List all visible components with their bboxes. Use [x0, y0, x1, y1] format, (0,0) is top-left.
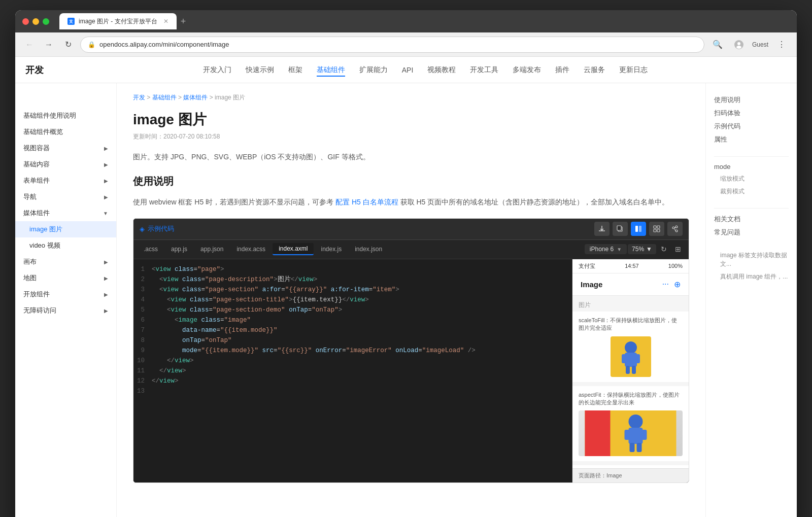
tab-acss[interactable]: .acss: [138, 244, 164, 255]
url-bar[interactable]: 🔒 opendocs.alipay.com/mini/component/ima…: [80, 37, 704, 53]
svg-point-2: [736, 46, 741, 49]
search-button[interactable]: 🔍: [709, 37, 726, 53]
close-button[interactable]: [22, 18, 29, 25]
sidebar-item-canvas[interactable]: 画布 ▶: [15, 254, 116, 270]
right-sidebar-mode-scale[interactable]: 缩放模式: [714, 173, 789, 185]
minimize-button[interactable]: [32, 18, 39, 25]
sidebar-item-view-container[interactable]: 视图容器 ▶: [15, 140, 116, 156]
phone-status-bar: 支付宝 14:57 100%: [572, 259, 689, 273]
code-line-11: 11 </view>: [133, 366, 572, 376]
sidebar-item-image[interactable]: image 图片: [15, 221, 116, 237]
phone-more-icon[interactable]: ···: [662, 280, 669, 289]
nav-item-multiplatform[interactable]: 多端发布: [513, 63, 541, 77]
back-button[interactable]: ←: [22, 38, 37, 52]
sidebar-item-basic-content[interactable]: 基础内容 ▶: [15, 156, 116, 173]
code-line-5: 5 <view class="page-section-demo" onTap=…: [133, 305, 572, 315]
right-sidebar-faq[interactable]: 常见问题: [714, 226, 789, 239]
sidebar-item-accessibility[interactable]: 无障碍访问 ▶: [15, 302, 116, 319]
code-line-3: 3 <view class="page-section" a:for="{{ar…: [133, 285, 572, 295]
phone-home-icon[interactable]: ⊕: [674, 280, 681, 289]
tab-appjs[interactable]: app.js: [165, 244, 193, 255]
code-line-1: 1 <view class="page">: [133, 264, 572, 274]
right-sidebar-usage[interactable]: 使用说明: [714, 93, 789, 107]
refresh-preview-button[interactable]: ↻: [657, 243, 670, 256]
breadcrumb-link-dev[interactable]: 开发: [133, 94, 145, 101]
grid-view-button[interactable]: [649, 222, 664, 236]
svg-rect-6: [639, 226, 641, 232]
brand-logo[interactable]: 开发: [25, 64, 44, 76]
browser-window: 支 image 图片 - 支付宝开放平台 ✕ + ← → ↻ 🔒 opendoc…: [15, 10, 797, 517]
sidebar-item-overview[interactable]: 基础组件概览: [15, 124, 116, 140]
right-sidebar-section-faq: image 标签支持读取数据文... 真机调用 image 组件，...: [714, 249, 789, 283]
tab-indexjs[interactable]: index.js: [315, 244, 348, 255]
config-link[interactable]: 配置 H5 白名单流程: [335, 198, 398, 206]
tab-indexacss[interactable]: index.acss: [230, 244, 272, 255]
nav-item-extend[interactable]: 扩展能力: [359, 63, 388, 77]
new-tab-button[interactable]: +: [181, 16, 186, 27]
nav-item-video[interactable]: 视频教程: [427, 63, 456, 77]
sidebar-item-video[interactable]: video 视频: [15, 237, 116, 254]
device-selector[interactable]: iPhone 6 ▼: [585, 244, 627, 254]
download-button[interactable]: [594, 222, 610, 236]
split-view-button[interactable]: [631, 222, 646, 236]
breadcrumb-link-media[interactable]: 媒体组件: [183, 94, 208, 101]
svg-rect-15: [636, 354, 640, 363]
phone-image-1: [611, 336, 651, 377]
tab-close-button[interactable]: ✕: [163, 18, 168, 25]
phone-card-2: aspectFit：保持纵横比缩放图片，使图片的长边能完全显示出来: [572, 386, 689, 462]
sidebar-item-open-components[interactable]: 开放组件 ▶: [15, 286, 116, 302]
page-path-bar: 页面路径：Image: [572, 468, 689, 482]
maximize-button[interactable]: [43, 18, 49, 25]
code-line-10: 10 </view>: [133, 356, 572, 366]
zoom-selector[interactable]: 75% ▼: [628, 244, 656, 254]
code-line-4: 4 <view class="page-section-title">{{ite…: [133, 295, 572, 305]
browser-tab[interactable]: 支 image 图片 - 支付宝开放平台 ✕: [59, 13, 177, 29]
sidebar-item-map[interactable]: 地图 ▶: [15, 270, 116, 286]
breadcrumb-link-components[interactable]: 基础组件: [152, 94, 177, 101]
copy-button[interactable]: [613, 222, 628, 236]
code-line-6: 6 <image class="image": [133, 315, 572, 325]
share-button[interactable]: [667, 222, 683, 236]
right-sidebar-faq-2[interactable]: 真机调用 image 组件，...: [714, 270, 789, 283]
nav-item-components[interactable]: 基础组件: [317, 63, 345, 77]
phone-header-buttons: ··· ⊕: [662, 280, 681, 289]
grid-preview-button[interactable]: ⊞: [671, 243, 685, 256]
code-line-7: 7 data-name="{{item.mode}}": [133, 325, 572, 335]
nav-item-cloud[interactable]: 云服务: [584, 63, 605, 77]
nav-item-plugins[interactable]: 插件: [555, 63, 569, 77]
right-sidebar-code[interactable]: 示例代码: [714, 120, 789, 133]
svg-rect-14: [622, 354, 626, 363]
nav-item-framework[interactable]: 框架: [288, 63, 302, 77]
nav-item-api[interactable]: API: [402, 64, 414, 76]
page-meta: 更新时间：2020-07-20 08:10:58: [133, 132, 689, 141]
sidebar-item-nav[interactable]: 导航 ▶: [15, 189, 116, 205]
code-line-9: 9 mode="{{item.mode}}" src="{{src}}" onE…: [133, 346, 572, 356]
device-dropdown-icon: ▼: [617, 247, 622, 252]
nav-item-devtools[interactable]: 开发工具: [470, 63, 498, 77]
svg-rect-25: [637, 443, 642, 452]
tab-indexjson[interactable]: index.json: [349, 244, 388, 255]
refresh-button[interactable]: ↻: [61, 38, 75, 52]
forward-button[interactable]: →: [42, 38, 56, 52]
right-sidebar-qrcode[interactable]: 扫码体验: [714, 107, 789, 120]
menu-button[interactable]: ⋮: [773, 37, 790, 53]
tab-appjson[interactable]: app.json: [194, 244, 229, 255]
sidebar-item-form[interactable]: 表单组件 ▶: [15, 173, 116, 189]
top-nav: 开发 开发入门 快速示例 框架 基础组件 扩展能力 API 视频教程 开发工具 …: [15, 57, 797, 83]
right-sidebar-mode-crop[interactable]: 裁剪模式: [714, 185, 789, 198]
nav-item-intro[interactable]: 开发入门: [203, 63, 231, 77]
nav-item-changelog[interactable]: 更新日志: [619, 63, 648, 77]
profile-button[interactable]: [731, 37, 747, 53]
sidebar-item-media[interactable]: 媒体组件 ▼: [15, 205, 116, 221]
right-sidebar-mode-label: mode: [714, 161, 789, 173]
right-sidebar-related-docs[interactable]: 相关文档: [714, 213, 789, 226]
tab-indexaxml[interactable]: index.axml: [273, 243, 314, 255]
right-sidebar-props[interactable]: 属性: [714, 133, 789, 146]
phone-card-1: scaleToFill：不保持纵横比缩放图片，使图片完全适应: [572, 312, 689, 382]
tab-favicon: 支: [67, 18, 75, 25]
phone-signal: 支付宝: [579, 262, 595, 270]
sidebar-item-usage[interactable]: 基础组件使用说明: [15, 108, 116, 124]
right-sidebar-faq-1[interactable]: image 标签支持读取数据文...: [714, 249, 789, 270]
right-sidebar-section-mode: mode 缩放模式 裁剪模式: [714, 161, 789, 198]
nav-item-quickstart[interactable]: 快速示例: [246, 63, 274, 77]
